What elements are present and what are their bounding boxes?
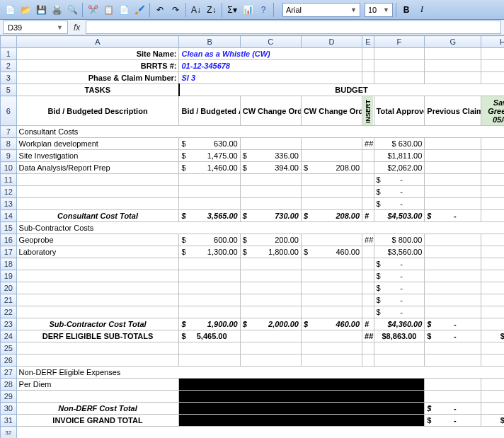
cell[interactable]: 208.00	[301, 162, 362, 174]
row-header[interactable]: 24	[1, 330, 17, 342]
cell[interactable]: $ 800.00	[374, 234, 425, 246]
cell[interactable]: Geoprobe	[16, 234, 179, 246]
row-header[interactable]: 23	[1, 318, 17, 330]
cell[interactable]: 460.00	[301, 246, 362, 258]
open-icon[interactable]: 📂	[18, 3, 33, 17]
print-icon[interactable]: 🖨️	[50, 3, 64, 17]
row-header[interactable]: 6	[1, 96, 17, 126]
cell[interactable]	[425, 162, 481, 174]
formula-bar[interactable]	[86, 21, 501, 34]
cell[interactable]: 200.00	[240, 234, 301, 246]
row-header[interactable]: 14	[1, 210, 17, 222]
copy-icon[interactable]: 📋	[101, 3, 115, 17]
cell[interactable]: Data Analysis/Report Prep	[16, 162, 179, 174]
row-header[interactable]: 5	[1, 84, 17, 96]
name-box[interactable]: D39 ▼	[3, 21, 68, 34]
row-header[interactable]: 30	[1, 403, 17, 415]
row-header[interactable]: 31	[1, 415, 17, 427]
col-header-H[interactable]: H	[481, 36, 504, 48]
cell[interactable]: $	[481, 150, 504, 162]
cell[interactable]	[425, 138, 481, 150]
paste-icon[interactable]: 📄	[117, 3, 131, 17]
cell[interactable]: $-	[374, 198, 425, 210]
row-header[interactable]: 7	[1, 126, 17, 138]
fx-icon[interactable]: fx	[74, 23, 80, 33]
bold-button[interactable]: B	[399, 3, 413, 17]
value-phase[interactable]: SI 3	[179, 72, 362, 84]
print-preview-icon[interactable]: 🔍	[65, 3, 79, 17]
cell[interactable]	[301, 138, 362, 150]
cell[interactable]: $-	[374, 186, 425, 198]
col-header-C[interactable]: C	[240, 36, 301, 48]
new-icon[interactable]: 📄	[3, 3, 17, 17]
format-painter-icon[interactable]: 🖌️	[132, 3, 147, 17]
row-header[interactable]: 13	[1, 198, 17, 210]
cell[interactable]: $ 630.00	[374, 138, 425, 150]
cell[interactable]: 1,300.00	[179, 246, 240, 258]
cell[interactable]: ##	[362, 138, 374, 150]
cut-icon[interactable]: ✂️	[86, 3, 100, 17]
cell[interactable]: 394.00	[240, 162, 301, 174]
italic-button[interactable]: I	[415, 3, 429, 17]
cell[interactable]: $	[481, 138, 504, 150]
cell[interactable]: Per Diem	[16, 379, 179, 391]
col-header-B[interactable]: B	[179, 36, 240, 48]
cell[interactable]: $-	[374, 174, 425, 186]
col-header-D[interactable]: D	[301, 36, 362, 48]
row-24-derf: 24 DERF ELIGIBLE SUB-TOTALS 5,465.00 ## …	[1, 330, 505, 342]
row-header[interactable]: 8	[1, 138, 17, 150]
redo-icon[interactable]: ↷	[168, 3, 183, 17]
cell[interactable]: 1,475.00	[179, 150, 240, 162]
row-header[interactable]: 3	[1, 72, 17, 84]
cell[interactable]	[240, 138, 301, 150]
font-name-select[interactable]: Arial ▼	[282, 3, 360, 17]
cell[interactable]: 336.00	[240, 150, 301, 162]
col-header-A[interactable]: A	[16, 36, 179, 48]
row-header[interactable]: 28	[1, 379, 17, 391]
row-header[interactable]: 12	[1, 186, 17, 198]
save-icon[interactable]: 💾	[34, 3, 48, 17]
sort-desc-icon[interactable]: Z↓	[205, 3, 219, 17]
row-header[interactable]: 11	[1, 174, 17, 186]
font-size-select[interactable]: 10 ▼	[365, 3, 393, 17]
cell[interactable]	[301, 150, 362, 162]
sort-asc-icon[interactable]: A↓	[189, 3, 203, 17]
cell[interactable]	[362, 150, 374, 162]
cell[interactable]: Laboratory	[16, 246, 179, 258]
cell[interactable]: 600.00	[179, 234, 240, 246]
cell[interactable]	[362, 162, 374, 174]
cell[interactable]: Site Investigation	[16, 150, 179, 162]
row-header[interactable]: 15	[1, 222, 17, 234]
cell[interactable]: $1,811.00	[374, 150, 425, 162]
autosum-icon[interactable]: Σ▾	[225, 3, 239, 17]
row-header[interactable]: 29	[1, 391, 17, 403]
chevron-down-icon: ▼	[350, 6, 357, 13]
row-header[interactable]: 27	[1, 367, 17, 379]
row-header[interactable]: 17	[1, 246, 17, 258]
row-header[interactable]: 1	[1, 48, 17, 60]
row-header[interactable]: 10	[1, 162, 17, 174]
cell[interactable]: ##	[362, 234, 374, 246]
cell[interactable]: 1,460.00	[179, 162, 240, 174]
col-header-G[interactable]: G	[425, 36, 481, 48]
row-header[interactable]: 16	[1, 234, 17, 246]
cell[interactable]	[301, 234, 362, 246]
cell[interactable]: $3,560.00	[374, 246, 425, 258]
undo-icon[interactable]: ↶	[153, 3, 167, 17]
cell[interactable]: $2,062.00	[374, 162, 425, 174]
row-header[interactable]: 9	[1, 150, 17, 162]
row-header[interactable]: 2	[1, 60, 17, 72]
help-icon[interactable]: ?	[256, 3, 270, 17]
value-site-name[interactable]: Clean as a Whistle (CW)	[179, 48, 362, 60]
cell[interactable]	[425, 150, 481, 162]
cell[interactable]: Workplan development	[16, 138, 179, 150]
cell[interactable]	[481, 162, 504, 174]
select-all-corner[interactable]	[1, 36, 17, 48]
cell[interactable]: 630.00	[179, 138, 240, 150]
spreadsheet-grid[interactable]: A B C D E F G H 1 Site Name: Clean as a …	[0, 35, 504, 438]
value-brrts[interactable]: 01-12-345678	[179, 60, 362, 72]
col-header-F[interactable]: F	[374, 36, 425, 48]
col-header-E[interactable]: E	[362, 36, 374, 48]
cell[interactable]: 1,800.00	[240, 246, 301, 258]
chart-icon[interactable]: 📊	[241, 3, 255, 17]
